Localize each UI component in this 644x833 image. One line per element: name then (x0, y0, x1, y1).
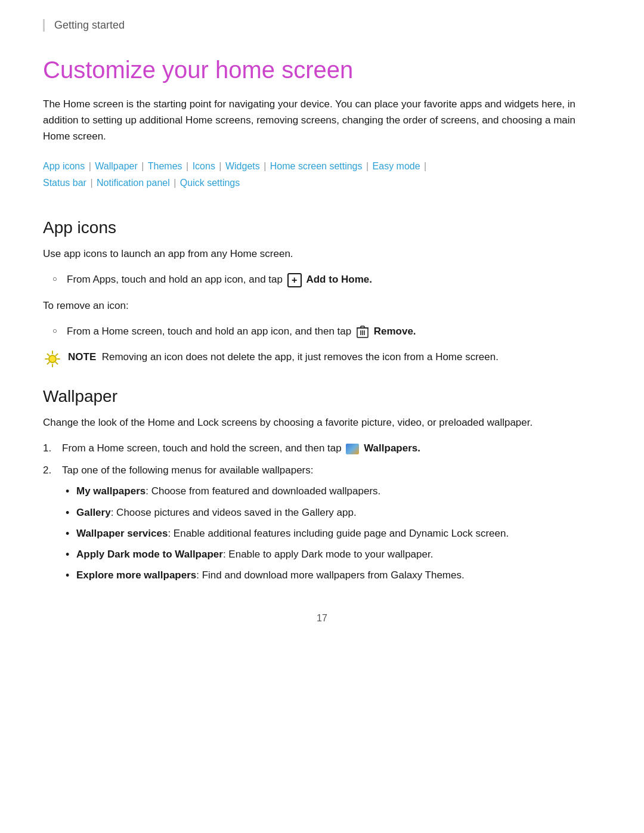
bullet1-bold: Add to Home. (306, 274, 372, 285)
note-lightbulb-icon (43, 350, 62, 369)
sub-item-4-text: : Enable to apply Dark mode to your wall… (223, 549, 433, 560)
bullet2-bold: Remove. (374, 326, 416, 337)
wallpaper-step-1: From a Home screen, touch and hold the s… (43, 440, 601, 456)
toc-link-themes[interactable]: Themes (148, 161, 182, 171)
toc-separator-7: | (422, 161, 427, 171)
toc-link-home-screen-settings[interactable]: Home screen settings (270, 161, 363, 171)
sub-item-1-bold: My wallpapers (76, 485, 145, 497)
remove-icon-bullet-list: From a Home screen, touch and hold an ap… (43, 323, 601, 339)
sub-item-3-bold: Wallpaper services (76, 528, 168, 539)
bullet1-text: From Apps, touch and hold an app icon, a… (67, 274, 283, 285)
toc-separator-8: | (88, 178, 95, 188)
sub-item-1-text: : Choose from featured and downloaded wa… (145, 485, 380, 497)
toc-separator-4: | (216, 161, 224, 171)
toc-link-wallpaper[interactable]: Wallpaper (95, 161, 137, 171)
toc-link-notification-panel[interactable]: Notification panel (97, 178, 170, 188)
wallpaper-title: Wallpaper (43, 387, 601, 406)
step2-text: Tap one of the following menus for avail… (62, 465, 313, 476)
sub-item-2-bold: Gallery (76, 507, 111, 518)
step1-pre: From a Home screen, touch and hold the s… (62, 442, 342, 454)
wallpaper-sub-item-2: Gallery: Choose pictures and videos save… (62, 504, 601, 521)
wallpaper-step-2: Tap one of the following menus for avail… (43, 462, 601, 583)
wallpaper-sub-item-5: Explore more wallpapers: Find and downlo… (62, 567, 601, 583)
page-number: 17 (43, 613, 601, 624)
svg-point-8 (49, 355, 56, 363)
wallpaper-ordered-list: From a Home screen, touch and hold the s… (43, 440, 601, 583)
svg-line-13 (48, 354, 49, 355)
toc-link-easy-mode[interactable]: Easy mode (373, 161, 420, 171)
toc-separator-3: | (184, 161, 191, 171)
note-content: NOTE Removing an icon does not delete th… (68, 349, 499, 365)
wallpaper-sub-list: My wallpapers: Choose from featured and … (62, 483, 601, 583)
add-to-home-icon: + (287, 273, 302, 287)
step1-bold: Wallpapers. (364, 442, 420, 454)
toc-separator-2: | (139, 161, 147, 171)
wallpaper-section: Wallpaper Change the look of the Home an… (43, 387, 601, 584)
app-icons-bullet-1: From Apps, touch and hold an app icon, a… (43, 271, 601, 287)
sub-item-2-text: : Choose pictures and videos saved in th… (111, 507, 357, 518)
wallpaper-sub-item-1: My wallpapers: Choose from featured and … (62, 483, 601, 499)
bullet2-text: From a Home screen, touch and hold an ap… (67, 326, 351, 337)
sub-item-5-bold: Explore more wallpapers (76, 569, 196, 581)
sub-item-5-text: : Find and download more wallpapers from… (196, 569, 464, 581)
toc-separator-1: | (86, 161, 94, 171)
getting-started-bar: Getting started (43, 19, 601, 32)
note-label: NOTE (68, 351, 96, 363)
toc-separator-5: | (261, 161, 269, 171)
intro-text: The Home screen is the starting point fo… (43, 96, 601, 145)
note-box: NOTE Removing an icon does not delete th… (43, 349, 601, 369)
app-icons-bullet-list: From Apps, touch and hold an app icon, a… (43, 271, 601, 287)
toc-link-status-bar[interactable]: Status bar (43, 178, 86, 188)
toc-link-quick-settings[interactable]: Quick settings (180, 178, 240, 188)
toc-links: App icons | Wallpaper | Themes | Icons |… (43, 158, 601, 193)
wallpaper-sub-item-4: Apply Dark mode to Wallpaper: Enable to … (62, 546, 601, 562)
wallpapers-icon (346, 444, 359, 454)
app-icons-title: App icons (43, 218, 601, 237)
app-icons-section: App icons Use app icons to launch an app… (43, 218, 601, 369)
page-title: Customize your home screen (43, 55, 601, 84)
toc-link-icons[interactable]: Icons (193, 161, 215, 171)
sub-item-4-bold: Apply Dark mode to Wallpaper (76, 549, 223, 560)
getting-started-label: Getting started (54, 19, 125, 31)
toc-link-app-icons[interactable]: App icons (43, 161, 85, 171)
note-body-text: Removing an icon does not delete the app… (102, 351, 499, 363)
svg-line-15 (56, 354, 58, 355)
remove-icon-intro: To remove an icon: (43, 298, 601, 314)
app-icons-intro: Use app icons to launch an app from any … (43, 246, 601, 262)
toc-link-widgets[interactable]: Widgets (225, 161, 260, 171)
wallpaper-sub-item-3: Wallpaper services: Enable additional fe… (62, 525, 601, 541)
trash-icon (356, 325, 369, 338)
toc-separator-9: | (171, 178, 179, 188)
wallpaper-intro: Change the look of the Home and Lock scr… (43, 414, 601, 431)
svg-line-14 (56, 363, 58, 364)
remove-icon-bullet: From a Home screen, touch and hold an ap… (43, 323, 601, 339)
toc-separator-6: | (364, 161, 371, 171)
sub-item-3-text: : Enable additional features including g… (168, 528, 509, 539)
svg-line-16 (48, 363, 49, 364)
page-container: Getting started Customize your home scre… (0, 0, 644, 833)
